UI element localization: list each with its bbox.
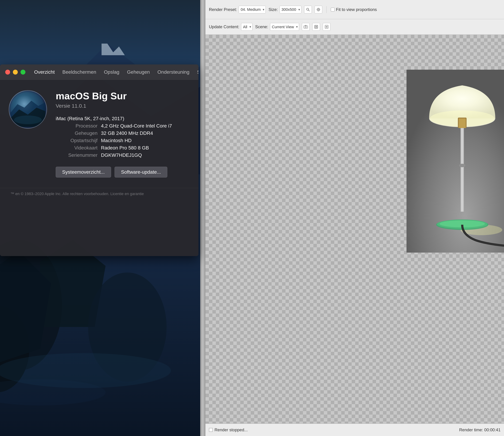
fit-to-view-label[interactable]: Fit to view proportions <box>331 7 377 12</box>
tab-ondersteuning[interactable]: Ondersteuning <box>154 68 193 77</box>
opstartschijf-value: Macintosh HD <box>101 138 132 143</box>
size-select-wrapper: 300x500 ▾ <box>279 6 301 13</box>
svg-point-38 <box>459 164 465 167</box>
videokaart-value: Radeon Pro 580 8 GB <box>101 145 149 151</box>
svg-rect-21 <box>304 26 308 28</box>
processor-label: Processor <box>56 123 98 129</box>
action-buttons: Systeemoverzicht... Software-update... <box>56 167 188 177</box>
close-button[interactable] <box>5 70 10 74</box>
update-content-group: Update Content: All ▾ <box>209 23 252 31</box>
systeemoverzicht-button[interactable]: Systeemoverzicht... <box>56 167 111 177</box>
mac-info: macOS Big Sur Versie 11.0.1 iMac (Retina… <box>56 90 188 177</box>
svg-rect-35 <box>459 119 466 128</box>
svg-line-17 <box>308 10 310 11</box>
info-row-opstartschijf: Opstartschijf Macintosh HD <box>56 138 188 143</box>
videokaart-label: Videokaart <box>56 145 98 151</box>
update-content-select-wrapper: All ▾ <box>241 23 252 31</box>
size-select[interactable]: 300x500 <box>279 6 301 13</box>
serienummer-value: DGKW7HDEJ1GQ <box>101 152 142 158</box>
geheugen-label: Geheugen <box>56 130 98 136</box>
scene-label: Scene: <box>255 24 268 29</box>
render-preset-group: Render Preset: 04. Medium ▾ <box>209 6 266 13</box>
render-preset-select-wrapper: 04. Medium ▾ <box>239 6 266 13</box>
left-panel: Overzicht Beeldschermen Opslag Geheugen … <box>0 0 200 436</box>
tab-service[interactable]: Service <box>194 68 198 77</box>
lamp-render-area <box>406 70 504 253</box>
fit-to-view-text: Fit to view proportions <box>336 7 377 12</box>
update-content-label: Update Content: <box>209 24 239 29</box>
mac-version: Versie 11.0.1 <box>56 103 188 109</box>
svg-point-22 <box>305 26 306 28</box>
model-row: iMac (Retina 5K, 27-inch, 2017) <box>56 116 188 121</box>
svg-point-15 <box>14 115 42 124</box>
opstartschijf-label: Opstartschijf <box>56 138 98 143</box>
processor-value: 4,2 GHz Quad-Core Intel Core i7 <box>101 123 172 129</box>
info-row-processor: Processor 4,2 GHz Quad-Core Intel Core i… <box>56 123 188 129</box>
render-icon-btn-2[interactable] <box>315 6 322 13</box>
size-label: Size: <box>269 7 278 12</box>
render-time-text: Render time: 00:00:41 <box>459 427 501 432</box>
software-update-button[interactable]: Software-update... <box>115 167 167 177</box>
window-tabs: Overzicht Beeldschermen Opslag Geheugen … <box>31 68 198 77</box>
render-statusbar: Render stopped... Render time: 00:00:41 <box>206 423 504 436</box>
render-icon-btn-1[interactable] <box>304 6 312 13</box>
render-preset-label: Render Preset: <box>209 7 237 12</box>
scene-select-wrapper: Current View ▾ <box>270 23 299 31</box>
scene-select[interactable]: Current View <box>270 23 299 31</box>
window-content: macOS Big Sur Versie 11.0.1 iMac (Retina… <box>0 80 198 188</box>
scene-group: Scene: Current View ▾ <box>255 23 299 31</box>
tab-geheugen[interactable]: Geheugen <box>124 68 153 77</box>
render-toolbar-row1: Render Preset: 04. Medium ▾ Size: 300x50… <box>206 0 504 19</box>
render-panel: Render Preset: 04. Medium ▾ Size: 300x50… <box>206 0 504 436</box>
tab-beeldschermen[interactable]: Beeldschermen <box>59 68 100 77</box>
render-time-status: Render time: 00:00:41 <box>459 427 501 432</box>
tab-overzicht[interactable]: Overzicht <box>31 68 58 77</box>
svg-rect-37 <box>461 128 463 212</box>
about-this-mac-window: Overzicht Beeldschermen Opslag Geheugen … <box>0 65 198 256</box>
render-stopped-checkbox[interactable] <box>209 428 213 432</box>
render-stopped-status: Render stopped... <box>209 427 248 432</box>
info-row-geheugen: Geheugen 32 GB 2400 MHz DDR4 <box>56 130 188 136</box>
scene-camera-icon-btn[interactable] <box>302 23 310 31</box>
render-toolbar-row2: Update Content: All ▾ Scene: Current Vie… <box>206 19 504 35</box>
serienummer-label: Serienummer <box>56 152 98 158</box>
render-canvas <box>206 35 504 423</box>
traffic-lights <box>5 70 25 74</box>
info-table: iMac (Retina 5K, 27-inch, 2017) Processo… <box>56 116 188 158</box>
update-content-select[interactable]: All <box>241 23 252 31</box>
scene-options-icon-btn[interactable] <box>312 23 320 31</box>
minimize-button[interactable] <box>13 70 18 74</box>
render-stopped-text: Render stopped... <box>215 427 248 432</box>
info-row-serienummer: Serienummer DGKW7HDEJ1GQ <box>56 152 188 158</box>
fit-to-view-checkbox[interactable] <box>331 8 335 11</box>
fullscreen-button[interactable] <box>20 70 25 74</box>
tab-opslag[interactable]: Opslag <box>100 68 123 77</box>
info-row-videokaart: Videokaart Radeon Pro 580 8 GB <box>56 145 188 151</box>
window-footer: ™ en © 1983–2020 Apple Inc. Alle rechten… <box>0 188 198 200</box>
render-preset-select[interactable]: 04. Medium <box>239 6 266 13</box>
geheugen-value: 32 GB 2400 MHz DDR4 <box>101 130 153 136</box>
mac-name: macOS Big Sur <box>56 90 188 102</box>
size-group: Size: 300x500 ▾ <box>269 6 301 13</box>
panel-separator <box>200 0 206 436</box>
lamp-render-inner <box>406 70 504 253</box>
window-titlebar: Overzicht Beeldschermen Opslag Geheugen … <box>0 65 198 80</box>
toolbar-divider-1 <box>326 6 327 13</box>
scene-extra-icon-btn[interactable] <box>323 23 330 31</box>
avatar <box>9 90 47 129</box>
